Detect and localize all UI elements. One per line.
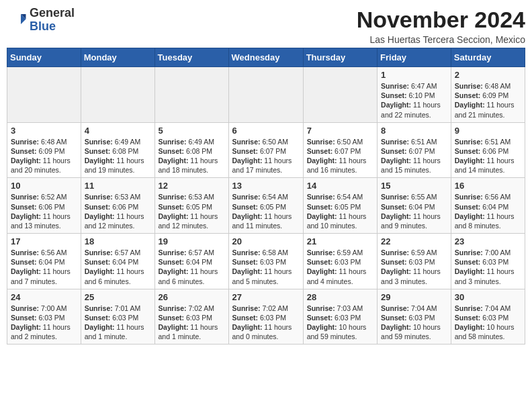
day-info: Sunset: 6:06 PM xyxy=(455,146,521,156)
day-number: 24 xyxy=(11,292,77,302)
day-info: Sunset: 6:03 PM xyxy=(307,257,373,267)
day-info: Daylight: 11 hours and 3 minutes. xyxy=(455,267,521,285)
calendar-cell: 19Sunrise: 6:57 AMSunset: 6:04 PMDayligh… xyxy=(154,234,228,289)
day-number: 30 xyxy=(455,292,521,302)
day-info: Sunrise: 7:00 AM xyxy=(11,304,77,313)
calendar-cell: 25Sunrise: 7:01 AMSunset: 6:03 PMDayligh… xyxy=(81,289,154,345)
day-info: Daylight: 11 hours and 16 minutes. xyxy=(307,156,373,175)
day-number: 10 xyxy=(11,181,77,191)
day-number: 26 xyxy=(159,292,225,302)
logo-blue: Blue xyxy=(30,20,75,34)
calendar-cell: 28Sunrise: 7:03 AMSunset: 6:03 PMDayligh… xyxy=(303,289,377,345)
calendar-cell: 18Sunrise: 6:57 AMSunset: 6:04 PMDayligh… xyxy=(81,234,154,289)
day-info: Sunset: 6:05 PM xyxy=(159,202,225,212)
calendar-cell: 12Sunrise: 6:53 AMSunset: 6:05 PMDayligh… xyxy=(154,178,228,234)
day-info: Sunset: 6:03 PM xyxy=(455,257,521,267)
day-info: Sunrise: 7:00 AM xyxy=(455,248,521,257)
day-info: Daylight: 11 hours and 1 minute. xyxy=(85,322,151,341)
day-info: Daylight: 11 hours and 7 minutes. xyxy=(11,267,77,285)
logo: General Blue xyxy=(7,7,75,34)
weekday-header-saturday: Saturday xyxy=(451,48,525,67)
calendar-week-row: 10Sunrise: 6:52 AMSunset: 6:06 PMDayligh… xyxy=(7,178,525,234)
calendar-cell: 27Sunrise: 7:02 AMSunset: 6:03 PMDayligh… xyxy=(228,289,303,345)
calendar-cell: 30Sunrise: 7:04 AMSunset: 6:03 PMDayligh… xyxy=(451,289,525,345)
day-info: Sunset: 6:04 PM xyxy=(159,257,225,267)
day-info: Daylight: 11 hours and 10 minutes. xyxy=(307,212,373,230)
logo-general: General xyxy=(30,7,75,20)
day-number: 2 xyxy=(455,70,521,80)
calendar-cell: 26Sunrise: 7:02 AMSunset: 6:03 PMDayligh… xyxy=(154,289,228,345)
day-info: Sunset: 6:04 PM xyxy=(455,202,521,212)
calendar-cell: 16Sunrise: 6:56 AMSunset: 6:04 PMDayligh… xyxy=(451,178,525,234)
day-number: 11 xyxy=(85,181,151,191)
day-number: 27 xyxy=(232,292,300,302)
day-info: Daylight: 11 hours and 3 minutes. xyxy=(381,267,447,285)
day-number: 4 xyxy=(85,126,151,136)
calendar-week-row: 3Sunrise: 6:48 AMSunset: 6:09 PMDaylight… xyxy=(7,122,525,178)
day-number: 5 xyxy=(159,126,225,136)
day-info: Daylight: 11 hours and 6 minutes. xyxy=(85,267,151,285)
day-info: Daylight: 11 hours and 22 minutes. xyxy=(381,100,447,119)
day-info: Sunset: 6:05 PM xyxy=(307,202,373,212)
calendar-cell: 8Sunrise: 6:51 AMSunset: 6:07 PMDaylight… xyxy=(378,122,451,178)
day-info: Sunrise: 6:51 AM xyxy=(455,137,521,146)
weekday-header-row: SundayMondayTuesdayWednesdayThursdayFrid… xyxy=(7,48,525,67)
day-info: Sunrise: 7:02 AM xyxy=(159,304,225,313)
day-info: Daylight: 11 hours and 18 minutes. xyxy=(159,156,225,175)
calendar-cell: 4Sunrise: 6:49 AMSunset: 6:08 PMDaylight… xyxy=(81,122,154,178)
weekday-header-monday: Monday xyxy=(81,48,154,67)
day-info: Sunset: 6:03 PM xyxy=(307,313,373,322)
day-info: Daylight: 10 hours and 59 minutes. xyxy=(381,322,447,341)
day-info: Sunrise: 6:54 AM xyxy=(307,192,373,201)
day-info: Sunrise: 6:49 AM xyxy=(85,137,151,146)
title-section: November 2024 Las Huertas Tercera Seccio… xyxy=(357,7,525,45)
calendar-week-row: 1Sunrise: 6:47 AMSunset: 6:10 PMDaylight… xyxy=(7,67,525,123)
day-info: Sunrise: 7:03 AM xyxy=(307,304,373,313)
day-info: Sunrise: 6:59 AM xyxy=(381,248,447,257)
location: Las Huertas Tercera Seccion, Mexico xyxy=(357,34,525,45)
day-info: Daylight: 11 hours and 15 minutes. xyxy=(381,156,447,175)
day-info: Daylight: 11 hours and 13 minutes. xyxy=(11,212,77,230)
day-info: Daylight: 11 hours and 17 minutes. xyxy=(232,156,300,175)
day-number: 21 xyxy=(307,236,373,246)
day-info: Daylight: 11 hours and 1 minute. xyxy=(159,322,225,341)
day-info: Daylight: 11 hours and 11 minutes. xyxy=(232,212,300,230)
day-number: 19 xyxy=(159,236,225,246)
logo-text: General Blue xyxy=(30,7,75,34)
day-info: Sunset: 6:09 PM xyxy=(11,146,77,156)
calendar-cell: 14Sunrise: 6:54 AMSunset: 6:05 PMDayligh… xyxy=(303,178,377,234)
calendar-week-row: 17Sunrise: 6:56 AMSunset: 6:04 PMDayligh… xyxy=(7,234,525,289)
calendar-cell: 20Sunrise: 6:58 AMSunset: 6:03 PMDayligh… xyxy=(228,234,303,289)
calendar-cell: 22Sunrise: 6:59 AMSunset: 6:03 PMDayligh… xyxy=(378,234,451,289)
day-info: Sunrise: 6:57 AM xyxy=(159,248,225,257)
day-info: Daylight: 11 hours and 21 minutes. xyxy=(455,100,521,119)
day-info: Daylight: 11 hours and 14 minutes. xyxy=(455,156,521,175)
day-info: Sunset: 6:03 PM xyxy=(232,313,300,322)
day-number: 8 xyxy=(381,126,447,136)
day-info: Sunset: 6:07 PM xyxy=(307,146,373,156)
day-info: Daylight: 11 hours and 2 minutes. xyxy=(11,322,77,341)
day-number: 18 xyxy=(85,236,151,246)
day-info: Sunset: 6:08 PM xyxy=(85,146,151,156)
calendar-cell: 21Sunrise: 6:59 AMSunset: 6:03 PMDayligh… xyxy=(303,234,377,289)
day-info: Daylight: 11 hours and 5 minutes. xyxy=(232,267,300,285)
day-info: Sunrise: 7:04 AM xyxy=(455,304,521,313)
month-title: November 2024 xyxy=(357,7,525,33)
day-info: Sunrise: 6:57 AM xyxy=(85,248,151,257)
day-info: Daylight: 11 hours and 12 minutes. xyxy=(85,212,151,230)
day-info: Sunset: 6:06 PM xyxy=(11,202,77,212)
weekday-header-thursday: Thursday xyxy=(303,48,377,67)
calendar-cell: 2Sunrise: 6:48 AMSunset: 6:09 PMDaylight… xyxy=(451,67,525,123)
day-number: 22 xyxy=(381,236,447,246)
day-number: 9 xyxy=(455,126,521,136)
day-info: Sunset: 6:04 PM xyxy=(85,257,151,267)
day-info: Daylight: 11 hours and 19 minutes. xyxy=(85,156,151,175)
calendar-cell xyxy=(7,67,81,123)
day-info: Sunrise: 6:56 AM xyxy=(11,248,77,257)
day-info: Daylight: 10 hours and 59 minutes. xyxy=(307,322,373,341)
day-info: Sunrise: 6:53 AM xyxy=(159,192,225,201)
day-info: Sunset: 6:06 PM xyxy=(85,202,151,212)
day-info: Daylight: 11 hours and 20 minutes. xyxy=(11,156,77,175)
day-info: Sunset: 6:08 PM xyxy=(159,146,225,156)
day-number: 13 xyxy=(232,181,300,191)
